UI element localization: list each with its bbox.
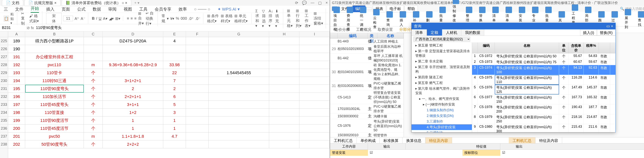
col-header-e[interactable]: E xyxy=(163,32,186,37)
cell[interactable] xyxy=(300,53,330,61)
cell[interactable]: 1 xyxy=(163,116,186,124)
cell[interactable]: 个 xyxy=(84,124,103,132)
cell[interactable]: 5 xyxy=(163,101,186,108)
format-label[interactable]: 格式刷 xyxy=(29,14,38,23)
grid-row[interactable]: 189得力西小型断路器1PDZ47S-1P20A4 xyxy=(8,37,330,45)
cell[interactable] xyxy=(300,77,330,84)
col-header-g[interactable]: G xyxy=(208,32,269,37)
cell[interactable] xyxy=(208,53,269,61)
italic-button[interactable]: I xyxy=(96,16,97,21)
col-header-d[interactable]: D xyxy=(103,32,163,37)
cell[interactable] xyxy=(269,140,300,148)
cell[interactable] xyxy=(300,140,330,148)
quota-db-select[interactable]: 广西市政工程消耗量定额(2022) xyxy=(414,37,470,42)
table-row[interactable]: 2C5-1973弯头(异径管)安装 公称直径(mm以内) 75个60.6759.… xyxy=(472,59,616,65)
cell[interactable] xyxy=(163,53,186,61)
cell[interactable]: 200 xyxy=(8,124,25,132)
cell[interactable]: 193 xyxy=(8,69,25,77)
menu-data[interactable]: 数据 xyxy=(93,6,101,12)
dlg-tab-mydata[interactable]: 我的数据 xyxy=(461,29,484,36)
cell[interactable] xyxy=(84,53,103,61)
cell[interactable]: 199 xyxy=(8,116,25,124)
cloud-sync-icon[interactable]: ⟳ xyxy=(295,0,298,5)
tree-item[interactable]: 3.三通制作 xyxy=(412,119,472,124)
replace-button[interactable]: 替换(R) xyxy=(597,29,616,36)
cell[interactable]: 110加长活节 xyxy=(25,93,84,100)
cell[interactable]: 1.1+1.8+1.8 xyxy=(103,132,163,140)
cell[interactable]: 22 xyxy=(163,69,186,77)
add-tab-button[interactable]: + ▾ xyxy=(132,0,141,6)
cell[interactable] xyxy=(269,45,300,53)
item-row[interactable]: 31桂031002006001项PVC-U硬聚氯乙烯排水管 xyxy=(330,81,404,90)
doc-home-tab[interactable]: 📄 文档 xyxy=(2,0,23,6)
cell[interactable]: 个 xyxy=(84,69,103,77)
table-row[interactable]: 4C5-1975弯头(异径管)安装 公称直径(mm以内) 110个116.281… xyxy=(472,75,616,85)
wrap-button[interactable]: ↵ 自动换行▾ xyxy=(146,11,155,26)
table-row[interactable]: 3C5-1974弯头(异径管)安装 公称直径(mm以内) 100个94.1392… xyxy=(472,65,616,75)
row-header[interactable]: 237 xyxy=(0,132,8,140)
tree-item[interactable]: ▸ 第二章 非水定额 xyxy=(412,58,472,64)
cell[interactable] xyxy=(300,132,330,140)
btm-tab-4[interactable]: 特征及内容 xyxy=(425,137,452,143)
cell[interactable]: 6 xyxy=(163,93,186,100)
formula-input[interactable]: 110管90度弯头 xyxy=(34,25,330,30)
cell[interactable]: m xyxy=(84,132,103,140)
cell[interactable]: 得力西小型断路器1P xyxy=(25,37,84,45)
cell[interactable]: 个 xyxy=(84,108,103,116)
dialog-pin-icon[interactable]: ▭ xyxy=(606,24,610,28)
grid-row[interactable]: 20250管90度弯头个2+2+2 xyxy=(8,140,330,148)
category-tree[interactable]: ▸ 第五册 管网工程▸ 第一章 定型混凝土管渠基础及排水管敷设▸ 第二章 非水定… xyxy=(412,42,472,132)
cell[interactable] xyxy=(186,37,208,45)
cell[interactable] xyxy=(186,61,208,69)
cell[interactable] xyxy=(269,132,300,140)
cell[interactable] xyxy=(300,108,330,116)
dlg-tab-quota[interactable]: 定额 xyxy=(427,29,442,36)
cell[interactable]: 110管90度弯头 xyxy=(25,85,84,92)
menu-insert[interactable]: 插入 xyxy=(46,6,54,12)
grid-row[interactable]: 195110管90度弯头个22 xyxy=(8,85,330,93)
cell[interactable]: 4 xyxy=(163,37,186,45)
btm-tab-0[interactable]: 工料机汇总 xyxy=(330,137,357,143)
cell[interactable] xyxy=(103,45,163,53)
grid-row[interactable]: 192pvc110m9.36+9.36+6.08+6.28+2.933.98 xyxy=(8,61,330,69)
cell[interactable] xyxy=(186,77,208,84)
minimize-icon[interactable]: — xyxy=(310,0,314,5)
grid-row[interactable]: 190 xyxy=(8,45,330,53)
tree-item[interactable]: ▸ 一、给水、燃气管件安装 xyxy=(412,96,472,102)
menu-page[interactable]: 页面 xyxy=(62,6,70,12)
row-header[interactable]: 228 xyxy=(0,61,8,69)
cell[interactable] xyxy=(300,61,330,69)
cell[interactable] xyxy=(300,85,330,92)
row-header[interactable]: 236 xyxy=(0,124,8,132)
cell[interactable]: 3+1+1 xyxy=(103,101,163,108)
cell[interactable] xyxy=(186,85,208,92)
cell[interactable] xyxy=(269,53,300,61)
cell[interactable]: 7 xyxy=(163,77,186,84)
grid-row[interactable]: 191办公楼室外排水工程 xyxy=(8,53,330,61)
insert-button[interactable]: 插入(I) xyxy=(580,29,597,36)
cell[interactable] xyxy=(103,69,163,77)
cell[interactable] xyxy=(186,108,208,116)
grid-row[interactable]: 194110转50三通个3+1+2+17 xyxy=(8,77,330,85)
table-row[interactable]: 1C5-1972弯头(异径管)安装 公称直径(mm以内) 50个55.6754.… xyxy=(472,53,616,59)
percent-icon[interactable]: % xyxy=(176,16,179,21)
cell[interactable] xyxy=(84,37,103,45)
dialog-close-icon[interactable]: × xyxy=(611,24,613,28)
cell[interactable] xyxy=(208,45,269,53)
cell[interactable]: 个 xyxy=(84,85,103,92)
cell[interactable] xyxy=(208,77,269,84)
sec-tab-1[interactable]: 工程概况 xyxy=(354,26,374,33)
item-row[interactable]: 30桂010401015001项砖 装饰化粪池\n 1.化粪池型号、规格:\n … xyxy=(330,63,404,81)
btm2-tab-0[interactable]: 工料机汇总 xyxy=(509,137,536,143)
table-row[interactable]: 9C5-1980弯头(异径管)安装 公称直径(mm以内) 300个215.432… xyxy=(472,124,616,132)
cell[interactable] xyxy=(300,116,330,124)
grid-row[interactable]: 199110管90度活节个11 xyxy=(8,116,330,124)
cell[interactable] xyxy=(269,108,300,116)
font-color-button[interactable]: A▾ xyxy=(103,16,107,21)
cell[interactable] xyxy=(208,85,269,92)
quota-table[interactable]: 编码 名称 单位 含税单价 税率% 1C5-1972弯头(异径管)安装 公称直径… xyxy=(472,42,616,132)
cell[interactable] xyxy=(163,45,186,53)
cell[interactable] xyxy=(84,45,103,53)
cell[interactable]: 1 xyxy=(103,116,163,124)
item-row[interactable]: 29桂050102019003项食堂后面水沟边种植草坪 xyxy=(330,44,404,54)
